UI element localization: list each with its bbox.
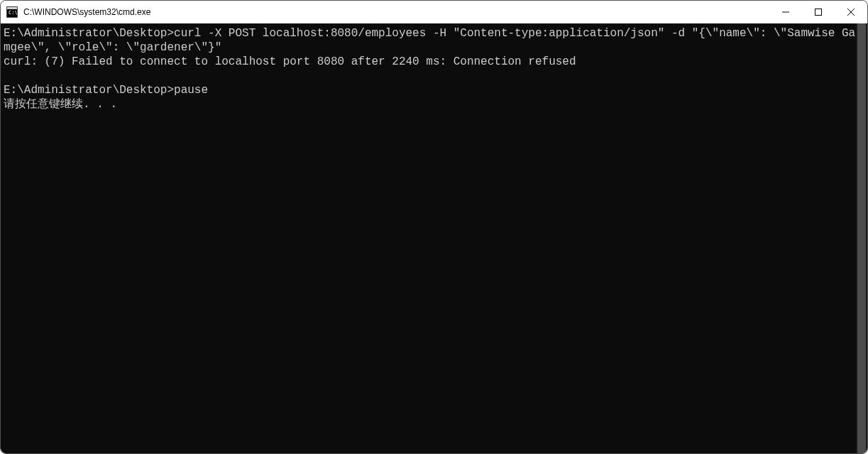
terminal-output[interactable]: E:\Administrator\Desktop>curl -X POST lo…: [1, 23, 856, 453]
window-title: C:\WINDOWS\system32\cmd.exe: [23, 7, 769, 17]
window-titlebar: C:\ C:\WINDOWS\system32\cmd.exe: [1, 1, 867, 23]
svg-rect-4: [815, 9, 822, 16]
terminal-line: E:\Administrator\Desktop>pause: [4, 83, 856, 97]
svg-text:C:\: C:\: [9, 10, 18, 16]
maximize-button[interactable]: [802, 1, 835, 23]
close-button[interactable]: [835, 1, 867, 23]
terminal-line: E:\Administrator\Desktop>curl -X POST lo…: [4, 26, 856, 55]
terminal-line: 请按任意键继续. . .: [4, 97, 856, 112]
terminal-wrapper: E:\Administrator\Desktop>curl -X POST lo…: [1, 23, 867, 453]
terminal-line: [4, 69, 856, 83]
terminal-line: curl: (7) Failed to connect to localhost…: [4, 55, 856, 69]
scrollbar-thumb[interactable]: [857, 23, 866, 453]
minimize-button[interactable]: [769, 1, 802, 23]
window-controls: [769, 1, 867, 23]
vertical-scrollbar[interactable]: [856, 23, 867, 453]
svg-rect-1: [7, 7, 17, 9]
cmd-icon: C:\: [6, 6, 18, 18]
